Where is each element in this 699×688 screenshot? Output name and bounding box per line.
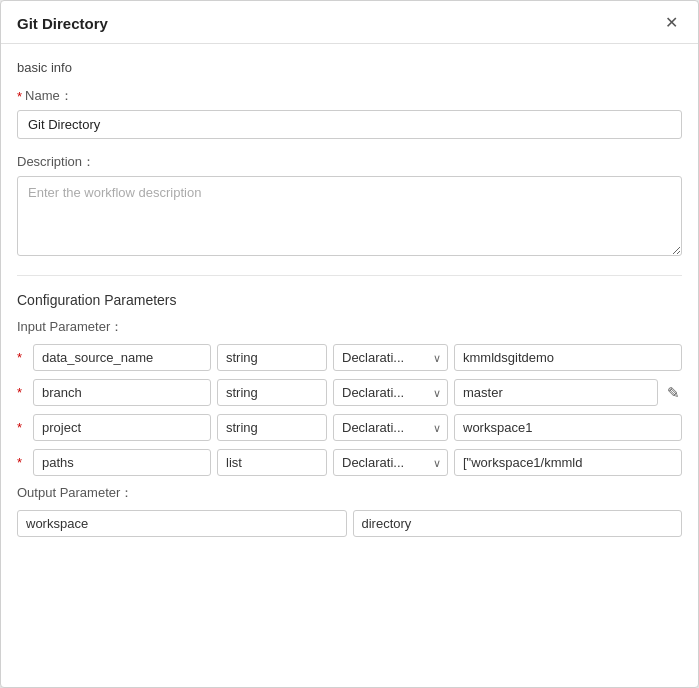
param-type-input-2[interactable] — [217, 379, 327, 406]
output-value-input[interactable] — [353, 510, 683, 537]
close-button[interactable]: ✕ — [661, 13, 682, 33]
name-required-star: * — [17, 89, 22, 104]
config-section-title: Configuration Parameters — [17, 292, 682, 308]
param-value-input-4[interactable] — [454, 449, 682, 476]
output-param-row — [17, 510, 682, 537]
param-decl-wrapper-1: Declarati... — [333, 344, 448, 371]
name-input[interactable] — [17, 110, 682, 139]
param-row-paths: * Declarati... — [17, 449, 682, 476]
param-type-input-4[interactable] — [217, 449, 327, 476]
dialog-body: basic info * Name： Description： Configur… — [1, 44, 698, 687]
param-value-input-3[interactable] — [454, 414, 682, 441]
description-label: Description： — [17, 153, 682, 171]
output-param-label: Output Parameter： — [17, 484, 682, 502]
dialog-header: Git Directory ✕ — [1, 1, 698, 44]
description-field-group: Description： — [17, 153, 682, 259]
param-decl-select-3[interactable]: Declarati... — [333, 414, 448, 441]
param-name-input-1[interactable] — [33, 344, 211, 371]
param-required-star-1: * — [17, 350, 27, 365]
param-value-input-1[interactable] — [454, 344, 682, 371]
description-label-text: Description： — [17, 153, 95, 171]
input-param-label: Input Parameter： — [17, 318, 682, 336]
param-decl-wrapper-3: Declarati... — [333, 414, 448, 441]
param-row-project: * Declarati... — [17, 414, 682, 441]
param-required-star-2: * — [17, 385, 27, 400]
param-required-star-4: * — [17, 455, 27, 470]
param-type-input-3[interactable] — [217, 414, 327, 441]
param-name-input-2[interactable] — [33, 379, 211, 406]
section-divider — [17, 275, 682, 276]
name-label: * Name： — [17, 87, 682, 105]
git-directory-dialog: Git Directory ✕ basic info * Name： Descr… — [0, 0, 699, 688]
param-decl-select-4[interactable]: Declarati... — [333, 449, 448, 476]
name-label-text: Name： — [25, 87, 73, 105]
param-row-branch: * Declarati... ✎ — [17, 379, 682, 406]
param-decl-select-1[interactable]: Declarati... — [333, 344, 448, 371]
param-decl-select-2[interactable]: Declarati... — [333, 379, 448, 406]
param-required-star-3: * — [17, 420, 27, 435]
param-type-input-1[interactable] — [217, 344, 327, 371]
param-decl-wrapper-2: Declarati... — [333, 379, 448, 406]
name-field-group: * Name： — [17, 87, 682, 139]
dialog-title: Git Directory — [17, 15, 108, 32]
param-value-input-2[interactable] — [454, 379, 658, 406]
edit-icon-branch[interactable]: ✎ — [664, 384, 682, 402]
basic-info-label: basic info — [17, 60, 682, 75]
param-name-input-4[interactable] — [33, 449, 211, 476]
param-name-input-3[interactable] — [33, 414, 211, 441]
output-name-input[interactable] — [17, 510, 347, 537]
param-row-data-source-name: * Declarati... — [17, 344, 682, 371]
description-textarea[interactable] — [17, 176, 682, 256]
param-decl-wrapper-4: Declarati... — [333, 449, 448, 476]
